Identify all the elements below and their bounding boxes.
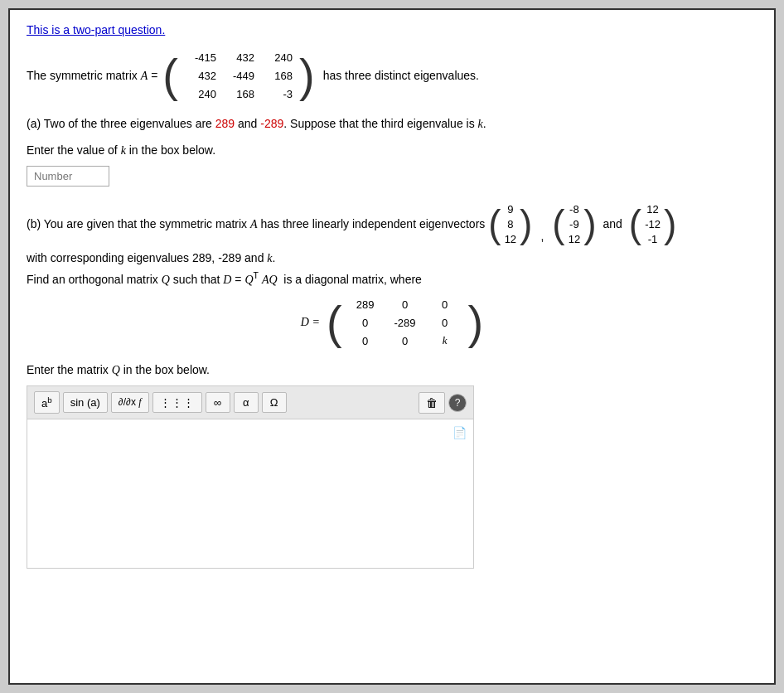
eigenvec1-wrap: ( 9 8 12 ) — [488, 201, 532, 246]
matrix-button[interactable]: ⋮⋮⋮ — [152, 392, 202, 413]
vec3-grid: 12 -12 -1 — [643, 201, 662, 246]
vec1-cell-0: 9 — [503, 203, 518, 216]
d-cell-10: 0 — [346, 317, 385, 329]
find-orthogonal-text: Find an orthogonal matrix Q such that D … — [27, 270, 757, 287]
part-b-section: (b) You are given that the symmetric mat… — [27, 201, 757, 350]
d-cell-00: 289 — [346, 298, 385, 311]
vec2-bracket-left: ( — [552, 205, 564, 243]
matrix-A-wrap: ( -415 432 240 432 -449 168 240 168 -3 ) — [162, 48, 314, 103]
matrix-cell-12: 168 — [258, 70, 296, 82]
eigenvec2-wrap: ( -8 -9 12 ) — [552, 201, 596, 246]
matrix-section: The symmetric matrix A = ( -415 432 240 … — [27, 48, 757, 103]
alpha-button[interactable]: α — [234, 392, 259, 413]
omega-button[interactable]: Ω — [262, 392, 287, 413]
page-container: This is a two-part question. The symmetr… — [8, 8, 776, 685]
part-a-description: (a) Two of the three eigenvalues are 289… — [27, 114, 757, 133]
matrix-cell-01: 432 — [220, 51, 258, 64]
and-text: and — [603, 217, 622, 230]
document-icon: 📄 — [452, 426, 467, 439]
d-cell-01: 0 — [385, 298, 425, 311]
matrix-cell-22: -3 — [258, 88, 296, 100]
d-cell-11: -289 — [385, 317, 425, 329]
d-cell-20: 0 — [346, 335, 385, 347]
trash-button[interactable]: 🗑 — [419, 392, 445, 414]
vec1-cell-1: 8 — [503, 218, 518, 230]
matrix-A-grid: -415 432 240 432 -449 168 240 168 -3 — [181, 48, 296, 103]
vec2-cell-0: -8 — [567, 203, 582, 216]
d-cell-12: 0 — [425, 317, 465, 329]
two-part-header: This is a two-part question. — [27, 23, 757, 36]
matrix-cell-00: -415 — [181, 51, 220, 64]
matrix-cell-02: 240 — [258, 51, 296, 64]
d-cell-02: 0 — [425, 298, 465, 311]
matrix-cell-21: 168 — [220, 88, 258, 100]
d-matrix-section: D = ( 289 0 0 0 -289 0 0 0 k ) — [27, 295, 757, 350]
part-b-line: (b) You are given that the symmetric mat… — [27, 201, 757, 246]
d-cell-21: 0 — [385, 335, 425, 347]
vec3-cell-0: 12 — [643, 203, 662, 216]
vec1-cell-2: 12 — [503, 233, 518, 245]
k-value-input[interactable] — [27, 166, 109, 187]
superscript-button[interactable]: ab — [34, 391, 60, 414]
eigenvec3-wrap: ( 12 -12 -1 ) — [629, 201, 676, 246]
derivative-button[interactable]: ∂/∂x f — [111, 392, 149, 413]
vec1-grid: 9 8 12 — [503, 201, 518, 246]
sin-button[interactable]: sin (a) — [63, 392, 108, 413]
matrix-bracket-right: ) — [299, 52, 315, 99]
enter-k-label: Enter the value of k in the box below. — [27, 143, 757, 158]
vec1-bracket-right: ) — [520, 205, 532, 243]
matrix-cell-10: 432 — [181, 70, 220, 82]
d-label: D = — [301, 316, 320, 329]
vec3-bracket-right: ) — [664, 205, 676, 243]
math-toolbar: ab sin (a) ∂/∂x f ⋮⋮⋮ ∞ α Ω 🗑 ? — [27, 385, 474, 419]
part-a-label: (a) Two of the three eigenvalues are 289… — [27, 117, 486, 130]
vec2-bracket-right: ) — [583, 205, 596, 243]
matrix-bracket-left: ( — [162, 52, 178, 99]
vec3-cell-1: -12 — [643, 218, 662, 230]
d-matrix-grid: 289 0 0 0 -289 0 0 0 k — [346, 295, 465, 350]
matrix-cell-11: -449 — [220, 70, 258, 82]
matrix-intro-label: The symmetric matrix A = — [27, 69, 157, 83]
vec2-cell-2: 12 — [567, 233, 582, 245]
vec3-cell-2: -1 — [643, 233, 662, 245]
d-cell-22: k — [425, 334, 465, 347]
d-bracket-right: ) — [468, 299, 484, 346]
vec3-bracket-left: ( — [629, 205, 641, 243]
matrix-cell-20: 240 — [181, 88, 220, 100]
enter-q-label: Enter the matrix Q in the box below. — [27, 363, 757, 377]
vec1-bracket-left: ( — [488, 205, 501, 243]
help-button[interactable]: ? — [448, 394, 467, 412]
eigenvectors-group: ( 9 8 12 ) , ( -8 -9 12 — [488, 201, 676, 246]
d-bracket-left: ( — [327, 299, 342, 346]
d-matrix-wrap: ( 289 0 0 0 -289 0 0 0 k ) — [327, 295, 483, 350]
eigenvalue-line: with corresponding eigenvalues 289, -289… — [27, 251, 757, 265]
matrix-editor-area[interactable]: 📄 — [27, 419, 474, 569]
vec2-grid: -8 -9 12 — [567, 201, 582, 246]
vec2-cell-1: -9 — [567, 218, 582, 230]
comma1: , — [540, 230, 544, 246]
infinity-button[interactable]: ∞ — [206, 392, 230, 413]
has-three-text: has three distinct eigenvalues. — [323, 69, 479, 82]
part-b-intro: (b) You are given that the symmetric mat… — [27, 217, 485, 231]
